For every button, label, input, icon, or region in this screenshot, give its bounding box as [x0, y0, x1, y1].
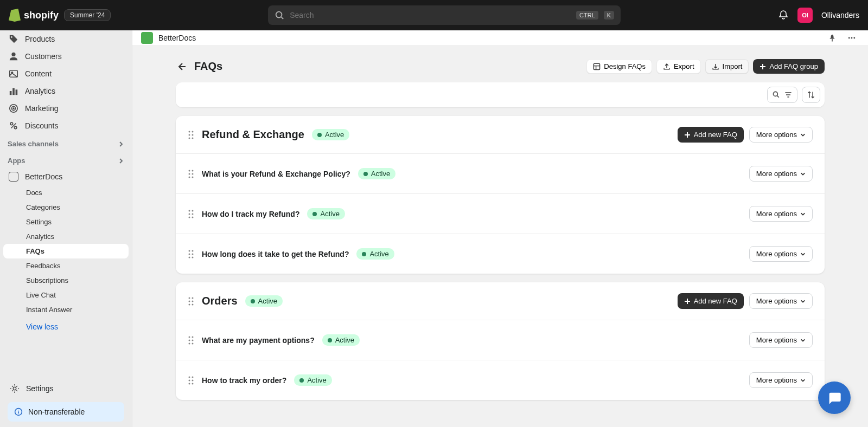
svg-point-38 — [192, 137, 194, 139]
faq-group: Orders Active Add new FAQ More options — [176, 282, 825, 400]
export-button[interactable]: Export — [656, 59, 701, 74]
svg-point-57 — [189, 256, 190, 258]
svg-point-12 — [10, 122, 13, 125]
sidebar-label: Products — [25, 35, 55, 43]
sub-instant-answer[interactable]: Instant Answer — [0, 302, 132, 317]
username[interactable]: Ollivanders — [821, 11, 859, 20]
searchbar[interactable]: CTRL K — [268, 5, 621, 25]
status-badge: Active — [307, 208, 344, 219]
sub-categories[interactable]: Categories — [0, 200, 132, 215]
more-options-button[interactable]: More options — [749, 293, 813, 309]
faq-question: What are my payment options? — [202, 336, 315, 345]
sidebar-item-customers[interactable]: Customers — [0, 48, 132, 65]
drag-handle-icon[interactable] — [188, 209, 194, 219]
drag-handle-icon[interactable] — [188, 335, 194, 345]
chat-fab[interactable] — [818, 381, 851, 414]
sidebar-item-analytics[interactable]: Analytics — [0, 82, 132, 100]
status-badge: Active — [358, 168, 395, 179]
add-faq-group-button[interactable]: Add FAQ group — [753, 59, 825, 74]
svg-point-21 — [851, 37, 853, 39]
sub-docs[interactable]: Docs — [0, 185, 132, 200]
svg-point-51 — [189, 216, 190, 218]
drag-handle-icon[interactable] — [188, 169, 194, 179]
apps-section[interactable]: Apps — [0, 151, 132, 168]
page-title: FAQs — [194, 60, 222, 73]
sidebar-label: Analytics — [25, 87, 55, 95]
drag-handle-icon[interactable] — [188, 249, 194, 259]
drag-handle-icon[interactable] — [188, 130, 194, 140]
import-button[interactable]: Import — [705, 59, 749, 74]
sort-button[interactable] — [802, 87, 820, 103]
pin-button[interactable] — [825, 30, 840, 46]
more-options-button[interactable]: More options — [749, 127, 813, 143]
sales-channels-section[interactable]: Sales channels — [0, 134, 132, 151]
sub-subscriptions[interactable]: Subscriptions — [0, 273, 132, 288]
chevron-down-icon — [800, 251, 806, 257]
svg-point-64 — [192, 303, 194, 305]
svg-point-46 — [192, 176, 194, 178]
drag-handle-icon[interactable] — [188, 376, 194, 385]
svg-point-41 — [189, 170, 190, 171]
breadcrumb: BetterDocs — [141, 32, 196, 44]
non-transferable-label: Non-transferable — [28, 407, 85, 416]
search-wrap: CTRL K — [119, 5, 769, 25]
search-icon — [772, 90, 781, 99]
sidebar-item-products[interactable]: Products — [0, 30, 132, 48]
status-dot-icon — [251, 299, 255, 303]
svg-point-59 — [189, 297, 190, 299]
bell-icon[interactable] — [778, 10, 789, 21]
settings-label: Settings — [26, 384, 54, 393]
info-icon — [14, 407, 23, 416]
sub-settings[interactable]: Settings — [0, 215, 132, 229]
view-less-link[interactable]: View less — [0, 317, 132, 337]
chevron-down-icon — [800, 211, 806, 217]
toolbar-card — [176, 82, 825, 107]
add-new-faq-button[interactable]: Add new FAQ — [678, 127, 744, 143]
more-options-button[interactable]: More options — [749, 332, 813, 348]
status-badge: Active — [294, 374, 331, 386]
plus-icon — [760, 63, 766, 70]
status-dot-icon — [317, 133, 322, 137]
more-button[interactable] — [844, 30, 859, 46]
sidebar-item-marketing[interactable]: Marketing — [0, 100, 132, 117]
svg-point-47 — [189, 210, 190, 211]
drag-handle-icon[interactable] — [188, 296, 194, 306]
svg-point-63 — [189, 303, 190, 305]
main-header: BetterDocs — [132, 30, 868, 46]
group-title: Refund & Exchange — [202, 128, 304, 141]
sidebar-label: Discounts — [25, 121, 58, 130]
sidebar: Products Customers Content Analytics Mar… — [0, 30, 132, 427]
back-arrow-icon[interactable] — [176, 61, 187, 72]
more-options-button[interactable]: More options — [749, 166, 813, 182]
design-faqs-button[interactable]: Design FAQs — [586, 59, 652, 74]
svg-point-53 — [189, 250, 190, 251]
sales-channels-label: Sales channels — [8, 140, 59, 148]
svg-point-77 — [189, 383, 190, 384]
search-filter-button[interactable] — [767, 87, 797, 103]
sub-livechat[interactable]: Live Chat — [0, 288, 132, 302]
non-transferable-badge[interactable]: Non-transferable — [8, 402, 124, 422]
sidebar-settings[interactable]: Settings — [8, 379, 124, 398]
more-options-button[interactable]: More options — [749, 206, 813, 222]
search-input[interactable] — [290, 11, 571, 20]
sub-analytics[interactable]: Analytics — [0, 229, 132, 244]
sub-feedbacks[interactable]: Feedbacks — [0, 258, 132, 273]
faq-group: Refund & Exchange Active Add new FAQ Mor… — [176, 116, 825, 274]
sidebar-item-discounts[interactable]: Discounts — [0, 117, 132, 134]
apps-label: Apps — [8, 157, 25, 165]
status-badge: Active — [245, 295, 283, 307]
faq-item: What is your Refund & Exchange Policy? A… — [176, 153, 825, 193]
sidebar-item-betterdocs[interactable]: BetterDocs — [0, 168, 132, 185]
more-options-button[interactable]: More options — [749, 372, 813, 388]
brand-name: shopify — [24, 10, 59, 21]
shopify-logo[interactable]: shopify — [9, 9, 59, 22]
avatar[interactable]: Ol — [797, 8, 813, 23]
more-options-button[interactable]: More options — [749, 246, 813, 262]
add-new-faq-button[interactable]: Add new FAQ — [678, 293, 744, 309]
svg-point-61 — [189, 300, 190, 302]
sub-faqs[interactable]: FAQs — [3, 244, 129, 258]
svg-point-2 — [11, 36, 12, 38]
status-badge: Active — [322, 334, 360, 346]
sidebar-item-content[interactable]: Content — [0, 65, 132, 82]
svg-point-15 — [13, 387, 16, 390]
